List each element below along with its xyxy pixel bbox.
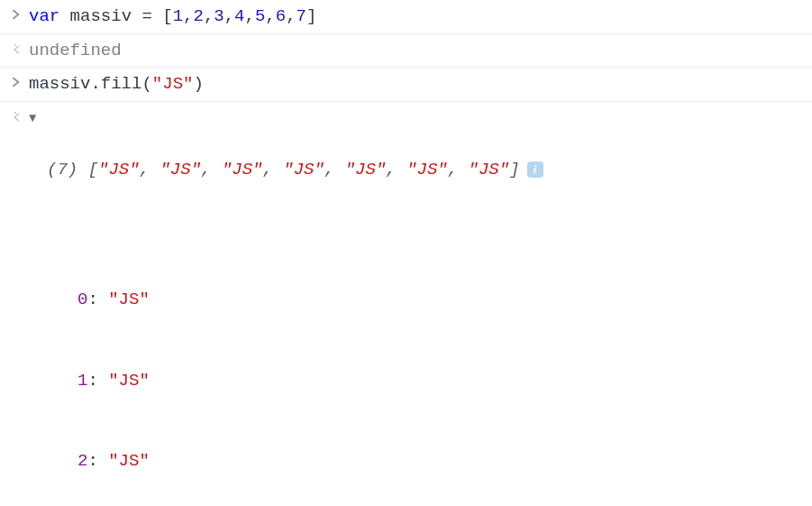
input-prompt-icon <box>4 4 29 27</box>
array-entry[interactable]: 2: "JS" <box>78 446 805 476</box>
console-input-row: var massiv = [1,2,3,4,5,6,7] <box>0 0 812 34</box>
output-return-icon <box>4 106 29 129</box>
console-output-row: (7) ["JS", "JS", "JS", "JS", "JS", "JS",… <box>0 102 812 507</box>
console-output-row: undefined <box>0 34 812 69</box>
array-expanded-body: 0: "JS" 1: "JS" 2: "JS" 3: "JS" 4: "JS" … <box>47 234 805 506</box>
array-entry[interactable]: 0: "JS" <box>78 285 805 315</box>
svg-point-0 <box>14 44 16 46</box>
array-entry[interactable]: 1: "JS" <box>78 366 805 396</box>
array-preview[interactable]: (7) ["JS", "JS", "JS", "JS", "JS", "JS",… <box>47 157 805 183</box>
expand-toggle-icon[interactable] <box>29 106 47 128</box>
input-prompt-icon <box>4 71 29 95</box>
output-return-icon <box>4 38 29 61</box>
console-input-code[interactable]: var massiv = [1,2,3,4,5,6,7] <box>29 4 805 30</box>
info-icon[interactable]: i <box>527 161 543 178</box>
console-input-row: massiv.fill("JS") <box>0 68 812 102</box>
console-output-undefined: undefined <box>29 38 805 64</box>
console-input-code[interactable]: massiv.fill("JS") <box>29 71 805 97</box>
svg-point-1 <box>14 112 16 114</box>
